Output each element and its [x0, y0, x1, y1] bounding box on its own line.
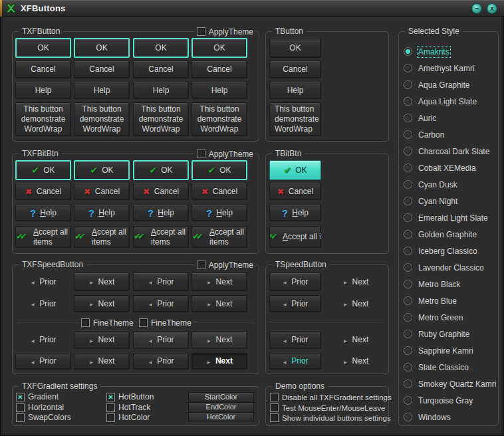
style-radio-option[interactable]: Carbon	[404, 126, 495, 143]
cancel-button[interactable]: Cancel	[15, 60, 71, 78]
hotbutton-checkbox[interactable]: HotButton	[106, 392, 154, 401]
style-radio-option[interactable]: Sapphire Kamri	[404, 342, 495, 359]
swapcolors-checkbox[interactable]: SwapColors	[16, 413, 71, 422]
next-button[interactable]: Next	[74, 353, 130, 370]
radio-icon[interactable]	[404, 130, 412, 139]
prior-button[interactable]: Prior	[133, 353, 189, 370]
style-radio-option[interactable]: Charcoal Dark Slate	[404, 143, 495, 160]
ok-button[interactable]: OK	[269, 160, 321, 180]
checkbox-icon[interactable]	[106, 403, 115, 412]
cancel-button[interactable]: Cancel	[74, 183, 130, 200]
style-radio-option[interactable]: Turquoise Gray	[404, 392, 495, 409]
next-button[interactable]: Next	[191, 272, 247, 291]
wordwrap-button[interactable]: This button demonstrate WordWrap	[15, 102, 71, 136]
checkbox-icon[interactable]	[197, 261, 205, 269]
cancel-button[interactable]: Cancel	[191, 183, 247, 200]
next-button[interactable]: Next	[329, 272, 382, 291]
checkbox-icon[interactable]	[106, 413, 115, 422]
radio-icon[interactable]	[404, 47, 412, 56]
prior-button[interactable]: Prior	[133, 272, 189, 291]
apply-theme-checkbox[interactable]: ApplyTheme	[194, 260, 256, 270]
cancel-button[interactable]: Cancel	[191, 60, 247, 78]
wordwrap-button[interactable]: This button demonstrate WordWrap	[74, 102, 130, 136]
checkbox-icon[interactable]	[16, 403, 25, 412]
radio-icon[interactable]	[404, 197, 412, 205]
style-radio-option[interactable]: Metro Blue	[404, 292, 495, 309]
style-radio-option[interactable]: Windows	[404, 409, 495, 425]
cancel-button[interactable]: Cancel	[74, 60, 130, 78]
radio-icon[interactable]	[404, 296, 412, 305]
titlebar[interactable]: XFButtons – x	[0, 0, 504, 17]
cancel-button[interactable]: Cancel	[15, 183, 71, 200]
radio-icon[interactable]	[404, 346, 412, 355]
prior-button[interactable]: Prior	[133, 295, 189, 312]
cancel-button[interactable]: Cancel	[269, 183, 321, 200]
prior-button[interactable]: Prior	[269, 353, 321, 370]
help-button[interactable]: Help	[15, 82, 71, 99]
radio-icon[interactable]	[404, 313, 412, 322]
accept-all-button[interactable]: Accept all items	[133, 226, 189, 248]
checkbox-icon[interactable]	[16, 393, 25, 401]
next-button[interactable]: Next	[74, 272, 130, 291]
gradient-checkbox[interactable]: Gradient	[16, 392, 59, 401]
ok-button[interactable]: OK	[191, 38, 247, 58]
next-button[interactable]: Next	[191, 331, 247, 349]
style-radio-option[interactable]: Cobalt XEMedia	[404, 160, 495, 176]
radio-icon[interactable]	[404, 64, 412, 72]
ok-button[interactable]: OK	[133, 38, 189, 58]
endcolor-button[interactable]: EndColor	[188, 402, 254, 411]
accept-all-button[interactable]: Accept all items	[15, 226, 71, 248]
checkbox-icon[interactable]	[270, 393, 279, 401]
help-button[interactable]: Help	[191, 82, 247, 99]
wordwrap-button[interactable]: This button demonstrate WordWrap	[133, 102, 189, 136]
hottrack-checkbox[interactable]: HotTrack	[106, 403, 150, 412]
style-radio-option[interactable]: Metro Green	[404, 309, 495, 326]
help-button[interactable]: Help	[133, 205, 189, 221]
fine-theme-checkbox[interactable]: FineTheme	[137, 318, 193, 328]
style-radio-option[interactable]: Auric	[404, 110, 495, 126]
radio-icon[interactable]	[404, 380, 412, 388]
next-button[interactable]: Next	[191, 353, 247, 370]
prior-button[interactable]: Prior	[269, 295, 321, 312]
next-button[interactable]: Next	[74, 295, 130, 312]
radio-icon[interactable]	[404, 114, 412, 122]
accept-all-button[interactable]: Accept all items	[191, 226, 247, 248]
style-radio-option[interactable]: Metro Black	[404, 276, 495, 292]
checkbox-icon[interactable]	[16, 413, 25, 422]
style-radio-option[interactable]: Smokey Quartz Kamri	[404, 376, 495, 392]
next-button[interactable]: Next	[191, 295, 247, 312]
style-radio-option[interactable]: Amakrits	[404, 43, 495, 60]
checkbox-icon[interactable]	[197, 27, 205, 36]
radio-icon[interactable]	[404, 280, 412, 288]
prior-button[interactable]: Prior	[15, 295, 71, 312]
horizontal-checkbox[interactable]: Horizontal	[16, 403, 64, 412]
ok-button[interactable]: OK	[269, 38, 321, 58]
ok-button[interactable]: OK	[191, 160, 247, 180]
radio-icon[interactable]	[404, 97, 412, 106]
checkbox-icon[interactable]	[139, 318, 148, 327]
checkbox-icon[interactable]	[106, 393, 115, 401]
ok-button[interactable]: OK	[15, 160, 71, 180]
help-button[interactable]: Help	[133, 82, 189, 99]
style-radio-option[interactable]: Aqua Graphite	[404, 76, 495, 93]
prior-button[interactable]: Prior	[269, 331, 321, 349]
fine-theme-checkbox[interactable]: FineTheme	[79, 318, 136, 328]
prior-button[interactable]: Prior	[133, 331, 189, 349]
style-radio-option[interactable]: Cyan Dusk	[404, 176, 495, 193]
prior-button[interactable]: Prior	[15, 331, 71, 349]
ok-button[interactable]: OK	[74, 160, 130, 180]
style-radio-option[interactable]: Slate Classico	[404, 359, 495, 376]
radio-icon[interactable]	[404, 363, 412, 372]
individual-settings-checkbox[interactable]: Show individual buttons settings	[270, 413, 391, 422]
prior-button[interactable]: Prior	[15, 272, 71, 291]
next-button[interactable]: Next	[329, 353, 382, 370]
radio-icon[interactable]	[404, 213, 412, 222]
ok-button[interactable]: OK	[15, 38, 71, 58]
help-button[interactable]: Help	[269, 205, 321, 221]
style-radio-option[interactable]: Golden Graphite	[404, 226, 495, 243]
radio-icon[interactable]	[404, 413, 412, 421]
next-button[interactable]: Next	[329, 295, 382, 312]
style-radio-option[interactable]: Aqua Light Slate	[404, 93, 495, 110]
checkbox-icon[interactable]	[81, 318, 90, 327]
radio-icon[interactable]	[404, 147, 412, 156]
